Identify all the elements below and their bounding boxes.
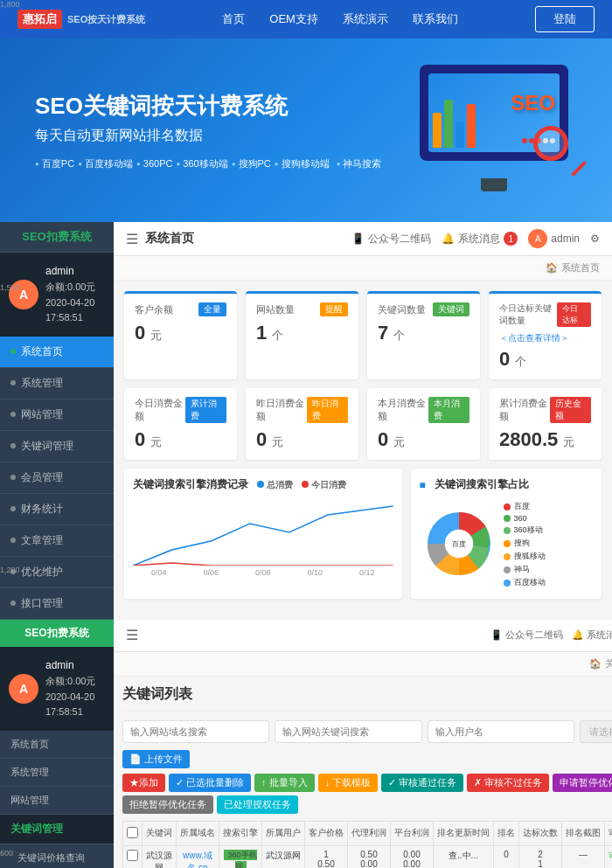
card-unit-total: 元 bbox=[563, 435, 574, 448]
card-unit-target: 个 bbox=[515, 355, 526, 368]
admin-section-1: SEO扣费系统 A admin 余额:0.00元 2020-04-20 17:5… bbox=[0, 222, 612, 620]
tag-baidu-mobile: 百度移动端 bbox=[78, 157, 133, 170]
card-title-yesterday: 昨日消费金额 bbox=[256, 397, 307, 423]
card-desc-target[interactable]: ＜点击查看详情＞ bbox=[499, 332, 591, 344]
keyword-list-content: 关键词列表 请选择搜索引擎 🔍 📄 上传文件 ★添加 ✓ 已选批量删除 ↑ 批量… bbox=[114, 677, 612, 868]
notification-badge: 1 bbox=[504, 232, 518, 246]
row1-reach: 212.00 bbox=[519, 845, 562, 868]
row1-update: 查..中... bbox=[434, 845, 494, 868]
pause-apply-button[interactable]: 申请暂停优化任务 bbox=[553, 774, 612, 792]
th-screenshot: 排名截图 bbox=[562, 821, 605, 845]
admin-label: admin bbox=[551, 233, 580, 245]
batch-import-button[interactable]: ↑ 批量导入 bbox=[254, 774, 315, 792]
admin-item[interactable]: A admin bbox=[528, 229, 580, 248]
breadcrumb2-path: 关键词管理 > 关键词列表 bbox=[605, 657, 612, 670]
sidebar2-date: 2020-04-20 17:58:51 bbox=[45, 690, 105, 720]
notification-item[interactable]: 🔔 系统消息 1 bbox=[442, 232, 518, 247]
th-agent: 代理利润 bbox=[348, 821, 391, 845]
card-unit-websites: 个 bbox=[272, 329, 283, 342]
notif2-item[interactable]: 🔔 系统消息 0 bbox=[572, 628, 612, 642]
pie-title-icon: ■ bbox=[420, 479, 426, 491]
card-title-balance: 客户余额 bbox=[135, 303, 173, 316]
engine-select[interactable]: 请选择搜索引擎 bbox=[580, 720, 612, 743]
notification-label: 系统消息 bbox=[458, 232, 500, 247]
card-unit-keywords: 个 bbox=[393, 329, 405, 342]
hero-section: SEO关键词按天计费系统 每天自动更新网站排名数据 百度PC 百度移动端 360… bbox=[0, 38, 612, 222]
table-header: 关键词 所属域名 搜索引擎 所属用户 客户价格 代理利润 平台利润 排名更新时间… bbox=[123, 821, 613, 845]
card-unit-balance: 元 bbox=[150, 329, 162, 342]
select-all-checkbox[interactable] bbox=[127, 827, 138, 838]
card-badge-balance: 全量 bbox=[198, 302, 226, 316]
add-button[interactable]: ★添加 bbox=[122, 774, 165, 792]
stat-card-today: 今日消费金额 累计消费 0 元 bbox=[124, 388, 237, 460]
nav-oem[interactable]: OEM支持 bbox=[269, 11, 318, 27]
card-title-total: 累计消费金额 bbox=[499, 397, 550, 423]
sidebar-user: A admin 余额:0.00元 2020-04-20 17:58:51 bbox=[9, 263, 105, 326]
card-title-today: 今日消费金额 bbox=[135, 397, 185, 423]
admin-avatar: A bbox=[528, 229, 547, 248]
breadcrumb-right: 🏠 系统首页 bbox=[546, 261, 600, 274]
qrcode-item[interactable]: 📱 公众号二维码 bbox=[351, 232, 431, 247]
audit-pass-button[interactable]: ✓ 审核通过任务 bbox=[381, 774, 463, 792]
tag-shenma: 神马搜索 bbox=[337, 157, 382, 170]
row1-agent: 0.500.00 bbox=[348, 845, 391, 868]
hamburger-icon[interactable]: ☰ bbox=[126, 231, 138, 247]
row1-user: 武汉源网 bbox=[262, 845, 305, 868]
stats-row-1: 客户余额 全量 0 元 网站数量 提醒 1 个 关键词数量 bbox=[124, 291, 602, 379]
card-title-month: 本月消费金额 bbox=[378, 397, 428, 423]
hamburger2-icon[interactable]: ☰ bbox=[126, 627, 138, 643]
row1-domain-link[interactable]: www.域名.cn bbox=[183, 851, 212, 868]
th-platform: 平台利润 bbox=[391, 821, 434, 845]
home-icon: 🏠 bbox=[546, 262, 558, 274]
processed-auth-button[interactable]: 已处理授权任务 bbox=[217, 795, 298, 814]
download-template-button[interactable]: ↓ 下载模板 bbox=[318, 774, 379, 792]
card-value-month: 0 bbox=[378, 428, 388, 450]
stat-card-total: 累计消费金额 历史金额 2800.5 元 bbox=[489, 388, 602, 460]
card-value-today: 0 bbox=[135, 428, 145, 450]
audit-fail-button[interactable]: ✗ 审核不过任务 bbox=[467, 774, 549, 792]
keyword-search-input[interactable] bbox=[275, 720, 421, 743]
card-unit-today: 元 bbox=[150, 435, 162, 448]
card-badge-websites: 提醒 bbox=[320, 302, 348, 316]
batch-delete-button[interactable]: ✓ 已选批量删除 bbox=[169, 774, 251, 792]
page-title: 系统首页 bbox=[145, 231, 194, 247]
pie-chart-area: 百度 百度 360 360移动 搜狗 搜狐移动 神马 百度移动 bbox=[420, 497, 593, 590]
th-rank: 排名 bbox=[494, 821, 519, 845]
card-value-yesterday: 0 bbox=[256, 428, 267, 450]
hero-title: SEO关键词按天计费系统 bbox=[35, 91, 381, 122]
qrcode-icon: 📱 bbox=[351, 233, 365, 245]
username-search-input[interactable] bbox=[428, 720, 574, 743]
nav-home[interactable]: 首页 bbox=[222, 11, 245, 27]
upload-file-button[interactable]: 📄 上传文件 bbox=[122, 750, 190, 768]
card-value-keywords: 7 bbox=[378, 322, 388, 344]
breadcrumb-home: 系统首页 bbox=[561, 261, 600, 274]
sidebar-username: admin bbox=[45, 263, 105, 280]
row1-checkbox[interactable] bbox=[127, 850, 138, 861]
qrcode2-item[interactable]: 📱 公众号二维码 bbox=[490, 628, 563, 642]
sidebar-balance: 余额:0.00元 bbox=[45, 280, 105, 295]
nav-contact[interactable]: 联系我们 bbox=[413, 11, 458, 27]
topbar-right: 📱 公众号二维码 🔔 系统消息 1 A admin ⚙ bbox=[351, 229, 600, 248]
card-badge-total: 历史金额 bbox=[550, 397, 591, 423]
stat-card-yesterday: 昨日消费金额 昨日消费 0 元 bbox=[246, 388, 358, 460]
stat-card-target: 今日达标关键词数量 今日达标 ＜点击查看详情＞ 0 个 bbox=[489, 291, 602, 379]
card-badge-today: 累计消费 bbox=[185, 397, 226, 423]
settings-icon[interactable]: ⚙ bbox=[590, 233, 600, 245]
row1-engine: 360手机端 bbox=[219, 845, 262, 868]
svg-text:百度: 百度 bbox=[452, 540, 466, 548]
th-audit: 审核状态 bbox=[605, 821, 613, 845]
login-button[interactable]: 登陆 bbox=[535, 6, 595, 32]
main-content-1: ☰ 系统首页 📱 公众号二维码 🔔 系统消息 1 A admin ⚙ bbox=[114, 222, 612, 620]
refuse-pause-button[interactable]: 拒绝暂停优化任务 bbox=[122, 795, 213, 814]
th-price: 客户价格 bbox=[305, 821, 348, 845]
card-unit-yesterday: 元 bbox=[272, 435, 283, 448]
nav-demo[interactable]: 系统演示 bbox=[343, 11, 388, 27]
charts-row: 关键词搜索引擎消费记录 总消费 今日消费 1,800 1,500 1,200 6… bbox=[124, 469, 602, 599]
hero-tags: 百度PC 百度移动端 360PC 360移动端 搜狗PC 搜狗移动端 神马搜索 bbox=[35, 157, 381, 170]
th-domain: 所属域名 bbox=[177, 821, 219, 845]
card-badge-target: 今日达标 bbox=[557, 302, 591, 327]
row1-price: 10.501.00 bbox=[305, 845, 348, 868]
domain-search-input[interactable] bbox=[122, 720, 269, 743]
qrcode-label: 公众号二维码 bbox=[368, 232, 431, 247]
top-navigation: 惠拓启 SEO按天计费系统 首页 OEM支持 系统演示 联系我们 登陆 bbox=[0, 0, 612, 38]
